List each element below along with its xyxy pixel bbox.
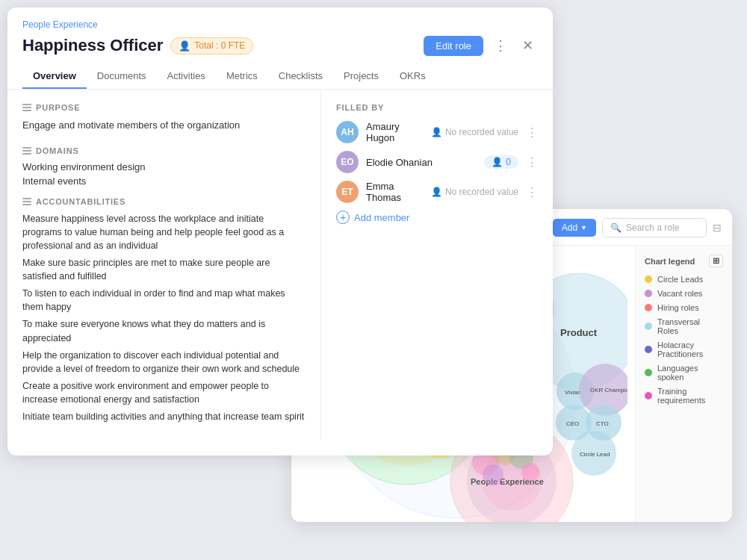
- accountabilities-section-title: ACCOUNTABILITIES: [22, 197, 306, 206]
- left-section: PURPOSE Engage and motivate members of t…: [7, 90, 321, 441]
- purpose-content: Engage and motivate members of the organ…: [22, 118, 306, 133]
- tab-projects[interactable]: Projects: [333, 64, 389, 89]
- role-title: Happiness Officer: [22, 36, 163, 55]
- svg-text:CTO: CTO: [596, 420, 609, 427]
- avatar-3: ET: [336, 181, 359, 203]
- svg-text:Vivian: Vivian: [565, 389, 581, 396]
- legend-dot-holacracy-practitioners: [645, 346, 652, 353]
- filter-button[interactable]: ⊟: [713, 222, 722, 234]
- search-placeholder: Search a role: [626, 223, 679, 233]
- tab-activities[interactable]: Activities: [157, 64, 216, 89]
- fte-badge: 👤 Total : 0 FTE: [170, 37, 253, 55]
- tab-metrics[interactable]: Metrics: [216, 64, 268, 89]
- accountability-2: Make sure basic principles are met to ma…: [22, 256, 306, 283]
- avatar-1: AH: [336, 121, 359, 143]
- legend-dot-languages-spoken: [645, 369, 652, 376]
- svg-point-34: [521, 463, 539, 481]
- tab-okrs[interactable]: OKRs: [389, 64, 436, 89]
- tab-checklists[interactable]: Checklists: [268, 64, 333, 89]
- legend-hiring-roles: Hiring roles: [645, 303, 723, 312]
- legend-label-hiring-roles: Hiring roles: [657, 303, 699, 312]
- title-left: Happiness Officer 👤 Total : 0 FTE: [22, 36, 253, 55]
- svg-point-35: [483, 464, 503, 485]
- person-icon: 👤: [179, 40, 190, 52]
- chart-actions: Add ▼ 🔍 Search a role ⊟: [553, 218, 722, 237]
- domain-item-1: Working environment design: [22, 161, 306, 172]
- member-menu-3[interactable]: ⋮: [526, 185, 538, 199]
- legend-circle-leads: Circle Leads: [645, 275, 723, 284]
- filled-by-title: FILLED BY: [336, 103, 538, 112]
- legend-dot-transversal-roles: [645, 323, 652, 330]
- workspace: People Experience Happiness Officer 👤 To…: [7, 7, 740, 553]
- panel-body: PURPOSE Engage and motivate members of t…: [7, 90, 553, 441]
- edit-role-button[interactable]: Edit role: [424, 36, 483, 56]
- domains-section-title: DOMAINS: [22, 146, 306, 155]
- member-row-1: AH Amaury Hugon 👤 No recorded value ⋮: [336, 121, 538, 143]
- legend-holacracy-practitioners: Holacracy Practitioners: [645, 340, 723, 358]
- purpose-icon: [22, 104, 31, 111]
- accountability-4: To make sure everyone knows what they do…: [22, 317, 306, 344]
- member-row-3: ET Emma Thomas 👤 No recorded value ⋮: [336, 181, 538, 203]
- purpose-section-title: PURPOSE: [22, 103, 306, 112]
- member-row-2: EO Elodie Ohanian 👤 0 ⋮: [336, 151, 538, 173]
- legend-label-holacracy-practitioners: Holacracy Practitioners: [657, 340, 723, 358]
- legend-training-requirements: Training requirements: [645, 387, 723, 405]
- svg-text:CEO: CEO: [566, 420, 579, 427]
- legend-title: Chart legend ⊞: [645, 255, 723, 267]
- svg-text:Circle Lead: Circle Lead: [580, 451, 610, 458]
- legend-label-training-requirements: Training requirements: [657, 387, 723, 405]
- domains-icon: [22, 147, 31, 155]
- tabs: Overview Documents Activities Metrics Ch…: [22, 64, 538, 89]
- add-member-button[interactable]: + Add member: [336, 211, 538, 224]
- legend-dot-training-requirements: [645, 392, 652, 399]
- right-section: FILLED BY AH Amaury Hugon 👤 No recorded …: [321, 90, 553, 441]
- close-button[interactable]: ✕: [518, 34, 538, 57]
- svg-text:OKR Champion: OKR Champion: [590, 387, 627, 393]
- accountability-1: Measure happiness level across the workp…: [22, 212, 306, 252]
- accountability-3: To listen to each individual in order to…: [22, 287, 306, 314]
- tab-overview[interactable]: Overview: [22, 64, 87, 89]
- accountability-7: Initiate team building activities and an…: [22, 410, 306, 423]
- member-name-1: Amaury Hugon: [366, 121, 424, 143]
- add-icon: +: [336, 211, 350, 224]
- panel-header: People Experience Happiness Officer 👤 To…: [7, 7, 553, 90]
- expand-icon[interactable]: ⊞: [709, 255, 723, 267]
- accountabilities-icon: [22, 198, 31, 205]
- role-panel: People Experience Happiness Officer 👤 To…: [7, 7, 553, 455]
- chart-legend: Chart legend ⊞ Circle Leads Vacant roles…: [635, 246, 732, 522]
- add-button[interactable]: Add ▼: [553, 219, 596, 237]
- title-row: Happiness Officer 👤 Total : 0 FTE Edit r…: [22, 34, 538, 57]
- more-options-button[interactable]: ⋮: [489, 34, 512, 57]
- member-name-3: Emma Thomas: [366, 181, 424, 203]
- avatar-2: EO: [336, 151, 359, 173]
- legend-dot-hiring-roles: [645, 304, 652, 311]
- member-value-3: 👤 No recorded value: [431, 187, 518, 197]
- chevron-down-icon: ▼: [580, 224, 587, 231]
- tab-documents[interactable]: Documents: [87, 64, 157, 89]
- member-value-badge-2: 👤 0: [484, 155, 518, 169]
- breadcrumb[interactable]: People Experience: [22, 19, 538, 30]
- search-box[interactable]: 🔍 Search a role: [602, 218, 707, 237]
- search-icon: 🔍: [610, 223, 622, 233]
- accountability-6: Create a positive work environment and e…: [22, 379, 306, 406]
- legend-dot-circle-leads: [645, 276, 652, 283]
- legend-label-circle-leads: Circle Leads: [657, 275, 703, 284]
- legend-label-vacant-roles: Vacant roles: [657, 289, 702, 298]
- member-name-2: Elodie Ohanian: [366, 157, 477, 168]
- legend-dot-vacant-roles: [645, 290, 652, 297]
- legend-vacant-roles: Vacant roles: [645, 289, 723, 298]
- legend-languages-spoken: Languages spoken: [645, 364, 723, 382]
- legend-label-languages-spoken: Languages spoken: [657, 364, 723, 382]
- svg-text:Product: Product: [560, 327, 598, 338]
- member-menu-1[interactable]: ⋮: [526, 125, 538, 140]
- accountability-5: Help the organization to discover each i…: [22, 349, 306, 376]
- title-actions: Edit role ⋮ ✕: [424, 34, 538, 57]
- legend-label-transversal-roles: Transversal Roles: [657, 317, 723, 335]
- legend-transversal-roles: Transversal Roles: [645, 317, 723, 335]
- domain-item-2: Internal events: [22, 175, 306, 187]
- add-member-label: Add member: [354, 212, 409, 223]
- member-value-1: 👤 No recorded value: [431, 127, 518, 137]
- member-menu-2[interactable]: ⋮: [526, 155, 538, 169]
- fte-label: Total : 0 FTE: [194, 40, 245, 51]
